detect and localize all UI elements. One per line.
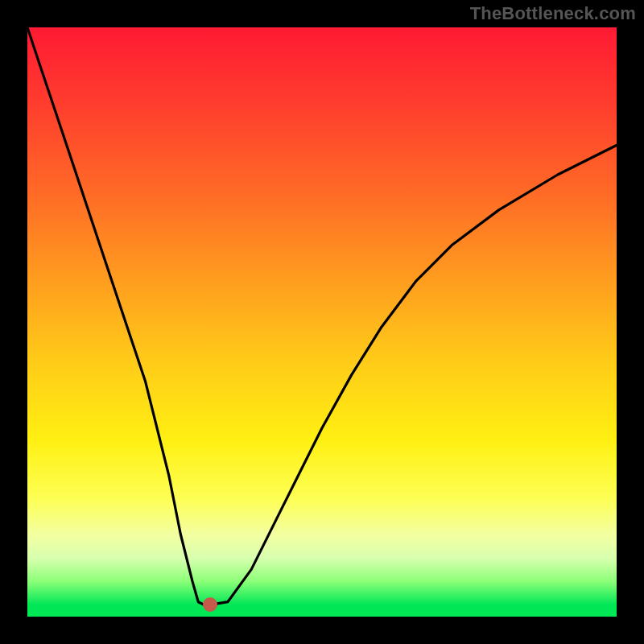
optimal-point-marker [203,597,217,612]
watermark-text: TheBottleneck.com [470,3,636,24]
plot-area [27,27,617,617]
bottleneck-curve [27,27,617,617]
chart-frame: TheBottleneck.com [0,0,644,644]
